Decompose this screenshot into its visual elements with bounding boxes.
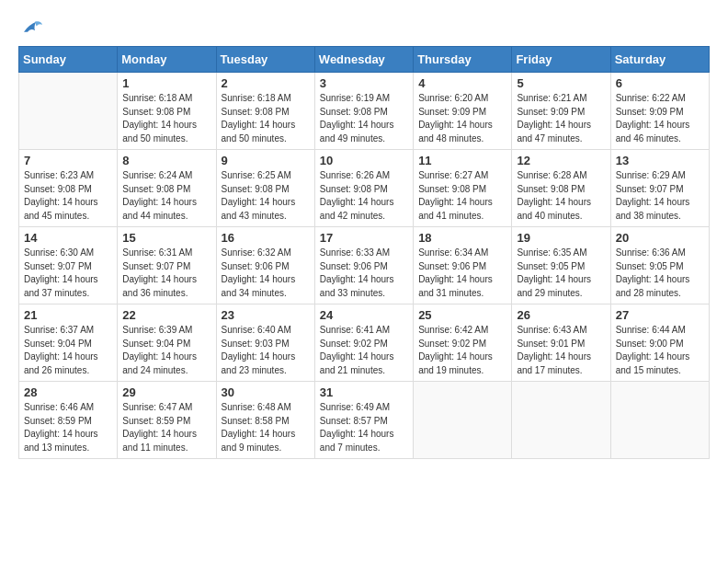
col-header-wednesday: Wednesday xyxy=(314,47,413,73)
col-header-sunday: Sunday xyxy=(19,47,118,73)
calendar-cell: 27Sunrise: 6:44 AMSunset: 9:00 PMDayligh… xyxy=(610,304,709,382)
day-number: 24 xyxy=(320,308,408,322)
day-info: Sunrise: 6:37 AMSunset: 9:04 PMDaylight:… xyxy=(24,324,112,377)
calendar-header-row: SundayMondayTuesdayWednesdayThursdayFrid… xyxy=(19,47,710,73)
day-info: Sunrise: 6:31 AMSunset: 9:07 PMDaylight:… xyxy=(122,247,210,300)
day-number: 6 xyxy=(616,76,704,90)
day-number: 4 xyxy=(418,76,506,90)
col-header-thursday: Thursday xyxy=(414,47,512,73)
calendar-week-row: 7Sunrise: 6:23 AMSunset: 9:08 PMDaylight… xyxy=(19,150,710,227)
day-info: Sunrise: 6:43 AMSunset: 9:01 PMDaylight:… xyxy=(517,324,605,377)
calendar-cell: 14Sunrise: 6:30 AMSunset: 9:07 PMDayligh… xyxy=(19,227,118,304)
col-header-monday: Monday xyxy=(118,47,216,73)
calendar-cell: 16Sunrise: 6:32 AMSunset: 9:06 PMDayligh… xyxy=(216,227,314,304)
calendar-cell: 23Sunrise: 6:40 AMSunset: 9:03 PMDayligh… xyxy=(216,304,314,382)
calendar-cell: 18Sunrise: 6:34 AMSunset: 9:06 PMDayligh… xyxy=(414,227,512,304)
day-info: Sunrise: 6:18 AMSunset: 9:08 PMDaylight:… xyxy=(122,92,210,145)
header xyxy=(18,18,710,37)
day-info: Sunrise: 6:41 AMSunset: 9:02 PMDaylight:… xyxy=(320,324,408,377)
calendar-cell: 1Sunrise: 6:18 AMSunset: 9:08 PMDaylight… xyxy=(118,73,216,150)
calendar-cell: 13Sunrise: 6:29 AMSunset: 9:07 PMDayligh… xyxy=(610,150,709,227)
day-number: 13 xyxy=(616,154,704,167)
day-info: Sunrise: 6:49 AMSunset: 8:57 PMDaylight:… xyxy=(320,401,408,454)
calendar-cell: 11Sunrise: 6:27 AMSunset: 9:08 PMDayligh… xyxy=(414,150,512,227)
calendar-cell: 22Sunrise: 6:39 AMSunset: 9:04 PMDayligh… xyxy=(118,304,216,382)
calendar-cell: 28Sunrise: 6:46 AMSunset: 8:59 PMDayligh… xyxy=(19,382,118,459)
day-info: Sunrise: 6:25 AMSunset: 9:08 PMDaylight:… xyxy=(222,169,310,223)
day-number: 18 xyxy=(418,231,506,245)
day-info: Sunrise: 6:32 AMSunset: 9:06 PMDaylight:… xyxy=(222,247,310,300)
col-header-tuesday: Tuesday xyxy=(216,47,314,73)
day-info: Sunrise: 6:47 AMSunset: 8:59 PMDaylight:… xyxy=(122,401,210,454)
calendar-cell: 20Sunrise: 6:36 AMSunset: 9:05 PMDayligh… xyxy=(610,227,709,304)
day-info: Sunrise: 6:29 AMSunset: 9:07 PMDaylight:… xyxy=(616,169,704,223)
calendar-cell: 8Sunrise: 6:24 AMSunset: 9:08 PMDaylight… xyxy=(118,150,216,227)
day-info: Sunrise: 6:48 AMSunset: 8:58 PMDaylight:… xyxy=(222,401,310,454)
day-info: Sunrise: 6:39 AMSunset: 9:04 PMDaylight:… xyxy=(122,324,210,377)
calendar-cell: 17Sunrise: 6:33 AMSunset: 9:06 PMDayligh… xyxy=(314,227,413,304)
day-info: Sunrise: 6:20 AMSunset: 9:09 PMDaylight:… xyxy=(418,92,506,145)
day-info: Sunrise: 6:42 AMSunset: 9:02 PMDaylight:… xyxy=(418,324,506,377)
day-number: 14 xyxy=(24,231,112,245)
day-info: Sunrise: 6:21 AMSunset: 9:09 PMDaylight:… xyxy=(517,92,605,145)
col-header-saturday: Saturday xyxy=(610,47,709,73)
calendar-week-row: 14Sunrise: 6:30 AMSunset: 9:07 PMDayligh… xyxy=(19,227,710,304)
day-number: 12 xyxy=(517,154,605,167)
day-number: 8 xyxy=(122,154,210,167)
calendar-week-row: 1Sunrise: 6:18 AMSunset: 9:08 PMDaylight… xyxy=(19,73,710,150)
day-info: Sunrise: 6:40 AMSunset: 9:03 PMDaylight:… xyxy=(222,324,310,377)
day-number: 5 xyxy=(517,76,605,90)
day-info: Sunrise: 6:30 AMSunset: 9:07 PMDaylight:… xyxy=(24,247,112,300)
day-info: Sunrise: 6:36 AMSunset: 9:05 PMDaylight:… xyxy=(616,247,704,300)
day-info: Sunrise: 6:18 AMSunset: 9:08 PMDaylight:… xyxy=(222,92,310,145)
logo xyxy=(18,18,42,37)
day-number: 25 xyxy=(418,308,506,322)
calendar-cell: 12Sunrise: 6:28 AMSunset: 9:08 PMDayligh… xyxy=(512,150,610,227)
day-number: 21 xyxy=(24,308,112,322)
day-number: 28 xyxy=(24,385,112,399)
day-number: 30 xyxy=(222,385,310,399)
day-number: 19 xyxy=(517,231,605,245)
day-number: 15 xyxy=(122,231,210,245)
day-number: 31 xyxy=(320,385,408,399)
calendar-cell xyxy=(610,382,709,459)
day-info: Sunrise: 6:35 AMSunset: 9:05 PMDaylight:… xyxy=(517,247,605,300)
calendar-table: SundayMondayTuesdayWednesdayThursdayFrid… xyxy=(18,46,710,459)
calendar-cell: 6Sunrise: 6:22 AMSunset: 9:09 PMDaylight… xyxy=(610,73,709,150)
day-number: 20 xyxy=(616,231,704,245)
day-info: Sunrise: 6:28 AMSunset: 9:08 PMDaylight:… xyxy=(517,169,605,223)
calendar-cell: 19Sunrise: 6:35 AMSunset: 9:05 PMDayligh… xyxy=(512,227,610,304)
day-number: 17 xyxy=(320,231,408,245)
day-info: Sunrise: 6:27 AMSunset: 9:08 PMDaylight:… xyxy=(418,169,506,223)
day-number: 10 xyxy=(320,154,408,167)
calendar-week-row: 21Sunrise: 6:37 AMSunset: 9:04 PMDayligh… xyxy=(19,304,710,382)
day-info: Sunrise: 6:19 AMSunset: 9:08 PMDaylight:… xyxy=(320,92,408,145)
day-number: 16 xyxy=(222,231,310,245)
day-info: Sunrise: 6:24 AMSunset: 9:08 PMDaylight:… xyxy=(122,169,210,223)
day-number: 23 xyxy=(222,308,310,322)
day-number: 7 xyxy=(24,154,112,167)
calendar-cell: 21Sunrise: 6:37 AMSunset: 9:04 PMDayligh… xyxy=(19,304,118,382)
day-number: 1 xyxy=(122,76,210,90)
calendar-cell: 7Sunrise: 6:23 AMSunset: 9:08 PMDaylight… xyxy=(19,150,118,227)
day-info: Sunrise: 6:23 AMSunset: 9:08 PMDaylight:… xyxy=(24,169,112,223)
day-info: Sunrise: 6:33 AMSunset: 9:06 PMDaylight:… xyxy=(320,247,408,300)
calendar-cell: 25Sunrise: 6:42 AMSunset: 9:02 PMDayligh… xyxy=(414,304,512,382)
col-header-friday: Friday xyxy=(512,47,610,73)
calendar-cell: 3Sunrise: 6:19 AMSunset: 9:08 PMDaylight… xyxy=(314,73,413,150)
day-number: 22 xyxy=(122,308,210,322)
calendar-week-row: 28Sunrise: 6:46 AMSunset: 8:59 PMDayligh… xyxy=(19,382,710,459)
calendar-cell: 30Sunrise: 6:48 AMSunset: 8:58 PMDayligh… xyxy=(216,382,314,459)
calendar-cell: 29Sunrise: 6:47 AMSunset: 8:59 PMDayligh… xyxy=(118,382,216,459)
calendar-cell xyxy=(512,382,610,459)
calendar-cell xyxy=(19,73,118,150)
calendar-cell: 2Sunrise: 6:18 AMSunset: 9:08 PMDaylight… xyxy=(216,73,314,150)
calendar-cell: 4Sunrise: 6:20 AMSunset: 9:09 PMDaylight… xyxy=(414,73,512,150)
calendar-cell xyxy=(414,382,512,459)
day-number: 27 xyxy=(616,308,704,322)
calendar-cell: 31Sunrise: 6:49 AMSunset: 8:57 PMDayligh… xyxy=(314,382,413,459)
day-number: 9 xyxy=(222,154,310,167)
calendar-cell: 15Sunrise: 6:31 AMSunset: 9:07 PMDayligh… xyxy=(118,227,216,304)
day-info: Sunrise: 6:46 AMSunset: 8:59 PMDaylight:… xyxy=(24,401,112,454)
logo-bird-icon xyxy=(20,18,42,37)
